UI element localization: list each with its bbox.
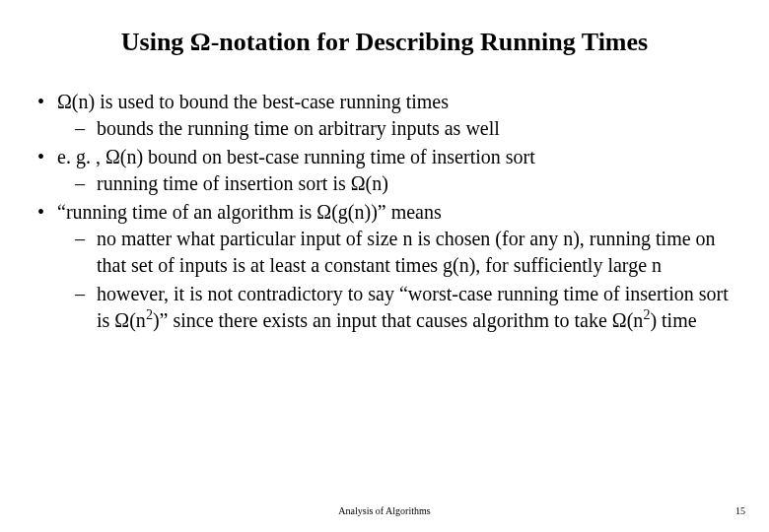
slide-title: Using Ω-notation for Describing Running … [30,28,739,57]
sub-bullet-text: running time of insertion sort is Ω(n) [97,172,388,194]
sub-bullet-item: running time of insertion sort is Ω(n) [57,170,739,197]
bullet-text: Ω(n) is used to bound the best-case runn… [57,91,449,112]
bullet-list: Ω(n) is used to bound the best-case runn… [30,89,739,334]
sub-bullet-list: bounds the running time on arbitrary inp… [57,115,739,142]
bullet-item: “running time of an algorithm is Ω(g(n))… [30,199,739,334]
sub-bullet-list: no matter what particular input of size … [57,226,739,334]
sub-bullet-text-part: ) time [650,309,696,331]
sub-bullet-text: no matter what particular input of size … [97,228,716,276]
superscript: 2 [146,307,153,322]
sub-bullet-item: bounds the running time on arbitrary inp… [57,115,739,142]
slide-body: Using Ω-notation for Describing Running … [0,0,769,334]
bullet-text: e. g. , Ω(n) bound on best-case running … [57,146,535,167]
sub-bullet-text-part: )” since there exists an input that caus… [153,309,644,331]
bullet-text: “running time of an algorithm is Ω(g(n))… [57,201,442,223]
page-number: 15 [735,505,745,516]
sub-bullet-item: no matter what particular input of size … [57,226,739,279]
sub-bullet-text: bounds the running time on arbitrary inp… [97,117,500,139]
sub-bullet-list: running time of insertion sort is Ω(n) [57,170,739,197]
sub-bullet-item: however, it is not contradictory to say … [57,281,739,334]
footer-text: Analysis of Algorithms [0,505,769,516]
bullet-item: Ω(n) is used to bound the best-case runn… [30,89,739,142]
bullet-item: e. g. , Ω(n) bound on best-case running … [30,144,739,197]
slide-content: Ω(n) is used to bound the best-case runn… [30,89,739,334]
